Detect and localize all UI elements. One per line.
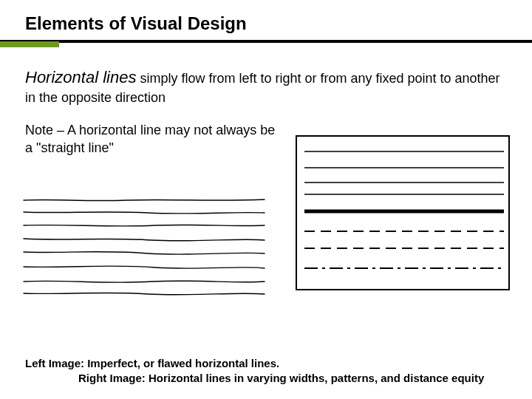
left-figure (22, 194, 266, 298)
right-figure (296, 135, 510, 290)
left-caption: Left Image: Imperfect, or flawed horizon… (25, 356, 507, 371)
page-title: Elements of Visual Design (25, 13, 510, 34)
title-rule (22, 40, 510, 49)
definition-lead: Horizontal lines (25, 68, 136, 86)
note-text: Note – A horizontal line may not always … (22, 121, 288, 157)
right-caption: Right Image: Horizontal lines in varying… (25, 371, 507, 386)
captions: Left Image: Imperfect, or flawed horizon… (25, 356, 507, 386)
definition-text: Horizontal lines simply flow from left t… (22, 66, 510, 106)
